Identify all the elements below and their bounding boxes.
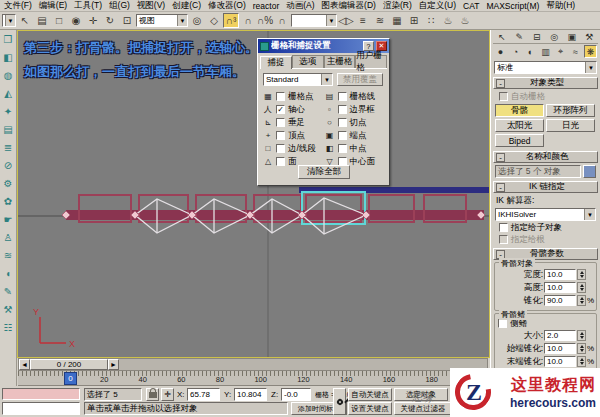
time-slider[interactable]: ◄ 0 / 200 ► bbox=[18, 358, 488, 371]
toolbar-icon[interactable]: ♨ bbox=[457, 13, 473, 28]
object-color-swatch[interactable] bbox=[583, 165, 596, 178]
menu-item[interactable]: 组(G) bbox=[109, 0, 130, 12]
left-tool-icon[interactable]: ⚙ bbox=[1, 176, 15, 190]
dialog-tab[interactable]: 捕捉 bbox=[260, 56, 292, 69]
toolbar-icon[interactable]: ∩ bbox=[240, 13, 256, 28]
left-tool-icon[interactable]: ≣ bbox=[1, 140, 15, 154]
left-tool-icon[interactable]: ❒ bbox=[1, 32, 15, 46]
left-tool-icon[interactable]: ⊘ bbox=[1, 158, 15, 172]
snap-checkbox[interactable] bbox=[276, 157, 285, 166]
dialog-tab[interactable]: 选项 bbox=[292, 55, 324, 68]
toolbar-icon[interactable]: ↻ bbox=[102, 13, 118, 28]
category-icon[interactable]: ▥ bbox=[539, 45, 552, 58]
left-tool-icon[interactable]: ✎ bbox=[1, 284, 15, 298]
left-tool-icon[interactable]: ✿ bbox=[1, 194, 15, 208]
category-icon[interactable]: ● bbox=[494, 45, 507, 58]
rollout-ik-chain[interactable]: -IK 链指定 bbox=[493, 181, 598, 193]
spinner-control[interactable] bbox=[577, 282, 586, 293]
toolbar-icon[interactable]: ∷ bbox=[423, 13, 439, 28]
left-tool-icon[interactable]: ☛ bbox=[1, 212, 15, 226]
z-coordinate-field[interactable]: -0.0 bbox=[281, 388, 311, 401]
autogrid-checkbox[interactable] bbox=[499, 92, 508, 101]
left-tool-icon[interactable]: ✦ bbox=[1, 104, 15, 118]
toolbar-icon[interactable]: ♨ bbox=[440, 13, 456, 28]
object-type-button[interactable]: 日光 bbox=[546, 119, 595, 132]
auto-key-button[interactable]: 自动关键点 bbox=[348, 388, 392, 401]
param-field[interactable]: 90.0 bbox=[544, 295, 576, 306]
toolbar-icon[interactable]: ▦ bbox=[389, 13, 405, 28]
object-type-button[interactable]: 太阳光 bbox=[495, 119, 544, 132]
category-icon[interactable]: ◔ bbox=[509, 45, 522, 58]
menu-item[interactable]: reactor bbox=[253, 1, 279, 11]
set-key-button[interactable] bbox=[333, 388, 346, 415]
object-type-button[interactable]: 骨骼 bbox=[495, 104, 544, 117]
toolbar-icon[interactable]: ∩ bbox=[274, 13, 290, 28]
track-bar[interactable]: 0 20406080100120140160180 bbox=[18, 371, 488, 386]
toolbar-icon[interactable]: ≡ bbox=[355, 13, 371, 28]
category-icon[interactable]: ❋ bbox=[584, 45, 597, 58]
toolbar-icon[interactable]: ▤ bbox=[34, 13, 50, 28]
system-category-dropdown[interactable]: 标准▼ bbox=[494, 61, 597, 74]
snap-option[interactable]: 人 轴心 bbox=[263, 103, 323, 116]
prev-frame-button[interactable]: ◄ bbox=[19, 359, 30, 370]
left-tool-icon[interactable]: ◧ bbox=[1, 50, 15, 64]
toolbar-icon[interactable]: ∩% bbox=[257, 13, 273, 28]
left-tool-icon[interactable]: ⚒ bbox=[1, 302, 15, 316]
panel-tab-icon[interactable]: ◎ bbox=[547, 30, 562, 43]
menu-item[interactable]: 创建(C) bbox=[172, 0, 201, 12]
left-tool-icon[interactable]: ▤ bbox=[1, 122, 15, 136]
category-icon[interactable]: ≈ bbox=[569, 45, 582, 58]
spinner-control[interactable] bbox=[577, 343, 586, 354]
named-selection-dropdown[interactable]: ▼ bbox=[291, 14, 337, 27]
toolbar-icon[interactable]: ◇ bbox=[206, 13, 222, 28]
menu-item[interactable]: MAXScript(M) bbox=[486, 1, 539, 11]
rollout-name-color[interactable]: -名称和颜色 bbox=[493, 151, 598, 163]
maxscript-listener-field[interactable] bbox=[2, 402, 80, 415]
snap-preset-dropdown[interactable]: Standard▼ bbox=[263, 73, 333, 86]
object-type-button[interactable]: 环形阵列 bbox=[546, 104, 595, 117]
snap-checkbox[interactable] bbox=[276, 144, 285, 153]
snap-checkbox[interactable] bbox=[276, 92, 285, 101]
menu-item[interactable]: 渲染(R) bbox=[383, 0, 412, 12]
menu-item[interactable]: 动画(A) bbox=[286, 0, 314, 12]
ik-solver-dropdown[interactable]: IKHISolver▼ bbox=[495, 208, 596, 221]
toolbar-icon[interactable]: □ bbox=[51, 13, 67, 28]
left-tool-icon[interactable]: ◖ bbox=[1, 266, 15, 280]
toolbar-icon[interactable]: ✛ bbox=[85, 13, 101, 28]
assign-children-checkbox[interactable] bbox=[499, 223, 508, 232]
selection-lock-toggle[interactable] bbox=[146, 388, 159, 401]
override-off-button[interactable]: 禁用覆盖 bbox=[337, 73, 383, 86]
snap-checkbox[interactable] bbox=[276, 131, 285, 140]
set-keys-mode-button[interactable]: 设置关键点 bbox=[348, 402, 392, 415]
snap-option[interactable]: ▣ 端点 bbox=[325, 129, 385, 142]
toolbar-icon[interactable]: ⊞ bbox=[406, 13, 422, 28]
snap-checkbox[interactable] bbox=[338, 105, 347, 114]
snap-checkbox[interactable] bbox=[338, 131, 347, 140]
menu-item[interactable]: 文件(F) bbox=[4, 0, 32, 12]
param-field[interactable]: 10.0 bbox=[544, 343, 576, 354]
snap-option[interactable]: + 顶点 bbox=[263, 129, 323, 142]
left-tool-icon[interactable]: ♙ bbox=[1, 230, 15, 244]
spinner-control[interactable] bbox=[577, 295, 586, 306]
y-coordinate-field[interactable]: 10.804 bbox=[234, 388, 267, 401]
category-icon[interactable]: ◐ bbox=[524, 45, 537, 58]
param-field[interactable]: 10.0 bbox=[544, 356, 576, 367]
panel-tab-icon[interactable]: ▣ bbox=[564, 30, 579, 43]
toolbar-icon[interactable]: ◉ bbox=[68, 13, 84, 28]
absolute-mode-toggle[interactable]: ✛ bbox=[161, 388, 174, 401]
spinner-control[interactable] bbox=[577, 356, 586, 367]
left-tool-icon[interactable]: ◭ bbox=[1, 86, 15, 100]
spinner-control[interactable] bbox=[577, 330, 586, 341]
category-icon[interactable]: ⌖ bbox=[554, 45, 567, 58]
toolbar-icon[interactable]: ≋ bbox=[372, 13, 388, 28]
menu-item[interactable]: 修改器(O) bbox=[208, 0, 246, 12]
x-coordinate-field[interactable]: 65.78 bbox=[187, 388, 220, 401]
snap-checkbox[interactable] bbox=[276, 105, 285, 114]
viewport-canvas[interactable]: X Y 第三步：打骨骼。把捕捉打开，选轴心。 如图那么打，一直打到最后一节车厢。 bbox=[17, 30, 490, 358]
menu-item[interactable]: 帮助(H) bbox=[546, 0, 575, 12]
current-frame-marker[interactable]: 0 bbox=[64, 372, 77, 385]
snap-option[interactable]: ◧ 中点 bbox=[325, 142, 385, 155]
assign-root-checkbox[interactable] bbox=[499, 235, 508, 244]
side-fins-checkbox[interactable] bbox=[498, 319, 507, 328]
snap-option[interactable]: ▦ 栅格点 bbox=[263, 90, 323, 103]
